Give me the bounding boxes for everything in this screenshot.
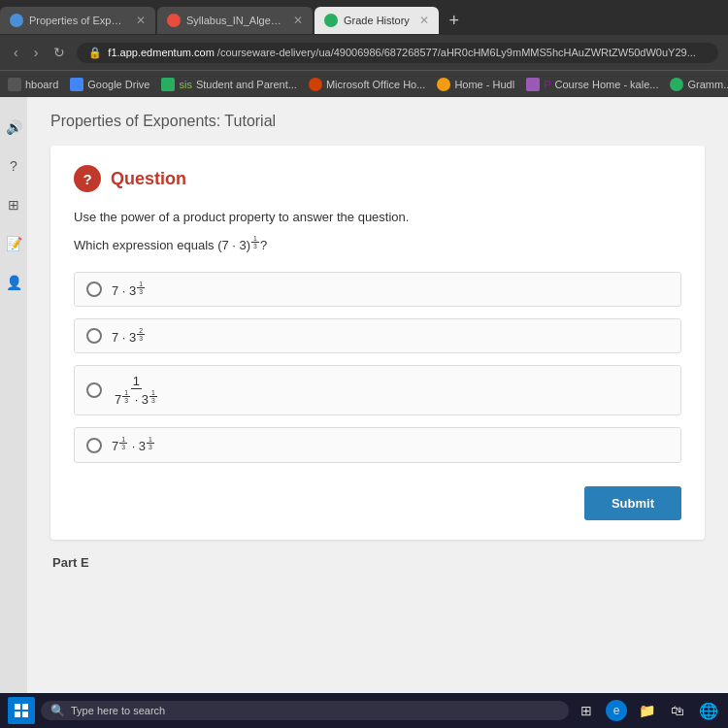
bookmark-google-drive[interactable]: Google Drive bbox=[70, 78, 149, 91]
options-list: 7 · 313 7 · 323 1 713 · 3 bbox=[74, 272, 681, 463]
taskbar-browser-icon[interactable]: e bbox=[606, 700, 627, 721]
part-label: Part E bbox=[50, 555, 705, 570]
svg-rect-0 bbox=[15, 704, 20, 710]
option-2-radio[interactable] bbox=[86, 328, 102, 344]
option-4-text: 713 · 313 bbox=[112, 436, 155, 453]
new-tab-button[interactable]: + bbox=[441, 7, 468, 34]
taskbar-store-icon[interactable]: 🛍 bbox=[666, 699, 689, 722]
refresh-button[interactable]: ↻ bbox=[50, 43, 69, 62]
url-display: f1.app.edmentum.com /courseware-delivery… bbox=[108, 47, 696, 58]
taskbar-folder-icon[interactable]: 📁 bbox=[635, 699, 658, 722]
option-3-text: 1 713 · 313 bbox=[112, 374, 161, 407]
page-title: Properties of Exponents: Tutorial bbox=[50, 113, 705, 130]
address-bar: ‹ › ↻ 🔒 f1.app.edmentum.com /courseware-… bbox=[0, 35, 728, 70]
bookmark-hudl[interactable]: Home - Hudl bbox=[437, 78, 514, 91]
taskbar-search-text: Type here to search bbox=[71, 705, 165, 716]
start-button[interactable] bbox=[8, 697, 35, 724]
option-3-radio[interactable] bbox=[86, 382, 102, 398]
bookmarks-bar: hboard Google Drive sis Student and Pare… bbox=[0, 70, 728, 97]
option-3[interactable]: 1 713 · 313 bbox=[74, 365, 681, 415]
forward-button[interactable]: › bbox=[30, 43, 43, 62]
tab-grade-history[interactable]: Grade History ✕ bbox=[314, 7, 439, 34]
tab-close-syllabus[interactable]: ✕ bbox=[293, 14, 303, 27]
taskbar-system-icons: ⊞ e 📁 🛍 🌐 bbox=[575, 699, 720, 722]
option-1[interactable]: 7 · 313 bbox=[74, 272, 681, 307]
page-content: 🔊 ? ⊞ 📝 👤 Properties of Exponents: Tutor… bbox=[0, 97, 728, 693]
bookmark-ms-office[interactable]: Microsoft Office Ho... bbox=[309, 78, 426, 91]
question-card: ? Question Use the power of a product pr… bbox=[50, 146, 705, 540]
question-icon: ? bbox=[74, 165, 101, 192]
help-icon[interactable]: ? bbox=[3, 155, 24, 177]
bookmark-student-parent[interactable]: sis Student and Parent... bbox=[161, 78, 296, 91]
svg-rect-1 bbox=[22, 704, 28, 710]
question-text-1: Use the power of a product property to a… bbox=[74, 208, 681, 227]
browser-chrome: Properties of Exponents: Tutorial ✕ Syll… bbox=[0, 0, 728, 97]
bookmark-course-home[interactable]: P Course Home - kale... bbox=[526, 78, 658, 91]
grid-icon[interactable]: ⊞ bbox=[3, 194, 24, 215]
tab-close-exponents[interactable]: ✕ bbox=[136, 14, 146, 27]
bookmark-hboard[interactable]: hboard bbox=[8, 78, 58, 91]
option-4-radio[interactable] bbox=[86, 438, 102, 453]
profile-icon[interactable]: 👤 bbox=[3, 272, 24, 293]
tab-bar: Properties of Exponents: Tutorial ✕ Syll… bbox=[0, 0, 728, 35]
submit-button[interactable]: Submit bbox=[584, 486, 681, 520]
submit-row: Submit bbox=[74, 486, 681, 520]
option-2-text: 7 · 323 bbox=[112, 327, 146, 345]
option-2[interactable]: 7 · 323 bbox=[74, 318, 681, 353]
question-label: Question bbox=[111, 169, 186, 189]
option-1-radio[interactable] bbox=[86, 281, 102, 297]
taskbar-apps-icon[interactable]: ⊞ bbox=[575, 699, 598, 722]
tab-close-grade-history[interactable]: ✕ bbox=[419, 14, 429, 27]
tab-exponents[interactable]: Properties of Exponents: Tutorial ✕ bbox=[0, 7, 155, 34]
option-1-text: 7 · 313 bbox=[112, 281, 146, 298]
left-sidebar: 🔊 ? ⊞ 📝 👤 bbox=[0, 97, 27, 693]
question-header: ? Question bbox=[74, 165, 681, 192]
sound-icon[interactable]: 🔊 bbox=[3, 116, 24, 138]
question-text-2: Which expression equals (7 · 3)13? bbox=[74, 235, 681, 252]
back-button[interactable]: ‹ bbox=[10, 43, 22, 62]
taskbar-chrome-icon[interactable]: 🌐 bbox=[697, 699, 720, 722]
svg-rect-3 bbox=[22, 711, 28, 717]
url-box[interactable]: 🔒 f1.app.edmentum.com /courseware-delive… bbox=[77, 43, 718, 63]
bookmark-gramm[interactable]: Gramm... bbox=[670, 78, 728, 91]
option-4[interactable]: 713 · 313 bbox=[74, 427, 681, 462]
tab-syllabus[interactable]: Syllabus_IN_Algebra_IB.pdf ✕ bbox=[157, 7, 313, 34]
svg-rect-2 bbox=[15, 711, 20, 717]
notes-icon[interactable]: 📝 bbox=[3, 233, 24, 254]
taskbar-search-box[interactable]: 🔍 Type here to search bbox=[41, 701, 569, 720]
tab-grade-history-label: Grade History bbox=[344, 15, 410, 26]
main-area: Properties of Exponents: Tutorial ? Ques… bbox=[27, 97, 728, 585]
taskbar: 🔍 Type here to search ⊞ e 📁 🛍 🌐 bbox=[0, 693, 728, 728]
